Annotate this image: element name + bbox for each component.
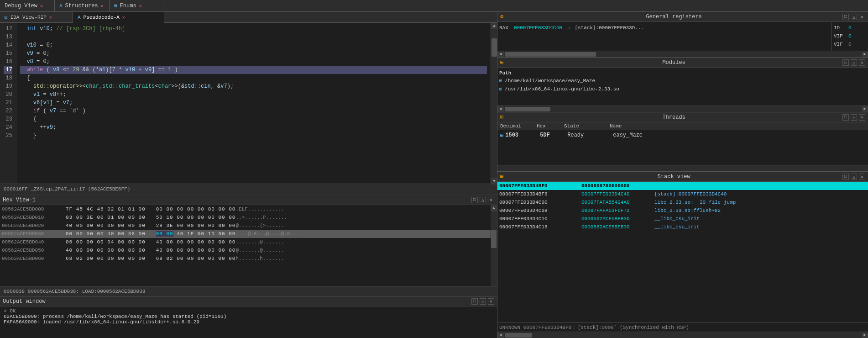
main-layout: ⊞ IDA View-RIP ✕ A Pseudocode-A ✕ 12 13 … (0, 12, 868, 338)
output-titlebar: Output window □ △ ✕ (0, 296, 497, 306)
gen-reg-h-thumb[interactable] (505, 52, 596, 57)
stack-row-1: 00007FFE033D4BF0 0000000700000000 (497, 182, 868, 190)
threads-close-btn[interactable]: ✕ (859, 114, 865, 121)
hex-view-maximize-btn[interactable]: △ (480, 197, 486, 203)
registers-right: ID 0 VIP 0 VIF 0 (831, 22, 868, 51)
hex-status-text: 0000038 0000562ACE5BD038: LOAD:0000562AC… (4, 289, 145, 294)
output-close-btn[interactable]: ✕ (488, 298, 494, 305)
line-numbers: 12 13 14 15 16 17 18 19 20 21 22 23 24 2… (0, 23, 16, 184)
stack-view-titlebar: ⊞ Stack view □ △ ✕ (497, 172, 868, 182)
tab-pseudocode-close[interactable]: ✕ (122, 15, 125, 20)
stack-close-btn[interactable]: ✕ (859, 174, 865, 180)
gen-reg-close-btn[interactable]: ✕ (859, 14, 865, 20)
hex-view-titlebar: Hex View-1 □ △ ✕ (0, 195, 497, 205)
gen-registers-title-icon: ⚙ (500, 13, 503, 20)
code-area: 12 13 14 15 16 17 18 19 20 21 22 23 24 2… (0, 23, 497, 184)
tab-enums-close[interactable]: ✕ (139, 3, 142, 9)
output-restore-btn[interactable]: □ (471, 298, 478, 305)
threads-btns: □ △ ✕ (842, 114, 865, 121)
modules-restore-btn[interactable]: □ (842, 59, 849, 66)
pseudocode-container[interactable]: 12 13 14 15 16 17 18 19 20 21 22 23 24 2… (0, 23, 497, 195)
hex-scroll-up[interactable]: ▲ (491, 205, 497, 211)
hex-main[interactable]: 00562ACE5BD000 7F 45 4C 46 02 01 01 00 0… (0, 205, 491, 286)
hex-content: 00562ACE5BD000 7F 45 4C 46 02 01 01 00 0… (0, 205, 497, 286)
hex-row-2: 00562ACE5BD010 03 00 3E 00 01 00 00 00 5… (0, 213, 491, 222)
tab-pseudo-icon: A (78, 15, 81, 20)
gen-reg-restore-btn[interactable]: □ (842, 14, 849, 20)
right-panel: ⚙ General registers □ △ ✕ RAX 00007FFE03… (497, 12, 868, 338)
output-maximize-btn[interactable]: △ (480, 298, 486, 305)
tab-enums[interactable]: ⊞ Enums ✕ (110, 0, 164, 11)
tab-ida-view[interactable]: ⊞ IDA View-RIP ✕ (0, 12, 73, 23)
threads-restore-btn[interactable]: □ (842, 114, 849, 121)
stack-view-panel: ⊞ Stack view □ △ ✕ 00007FFE033D4BF0 0000… (497, 172, 868, 338)
code-scrollbar-v[interactable]: ▲ ▼ (491, 23, 497, 184)
code-line-23: { (20, 115, 487, 123)
gen-reg-scroll-left[interactable]: ◄ (497, 52, 504, 57)
modules-maximize-btn[interactable]: △ (851, 59, 857, 66)
thread-1-hex: 5DF (540, 132, 567, 138)
threads-scrollbar-h[interactable] (497, 165, 868, 171)
stack-content[interactable]: 00007FFE033D4BF0 0000000700000000 00007F… (497, 182, 868, 322)
stack-h-thumb[interactable] (505, 333, 532, 338)
hex-status-bar: 0000038 0000562ACE5BD038: LOAD:0000562AC… (0, 286, 497, 296)
threads-title-icon: ⊞ (500, 114, 503, 121)
code-line-22: if ( v7 == 'd' ) (20, 107, 487, 115)
tab-debug-view[interactable]: Debug View ✕ (0, 0, 55, 11)
hex-row-7: 00562ACE5BD060 68 02 00 00 00 00 00 00 6… (0, 254, 491, 263)
stack-bottom-bar: UNKNOWN 00007FFE033D4BF0: [stack]:0000` … (497, 322, 868, 332)
top-tab-bar: Debug View ✕ A Structures ✕ ⊞ Enums ✕ (0, 0, 868, 12)
modules-scrollbar-h[interactable]: ◄ ► (497, 106, 868, 112)
stack-restore-btn[interactable]: □ (842, 174, 849, 180)
thread-1-name: easy_Maze (613, 132, 643, 138)
hex-row-4: 00562ACE5BD030 00 00 00 00 40 00 38 00 0… (0, 230, 491, 238)
modules-scroll-left[interactable]: ◄ (497, 106, 504, 112)
tab-structures-close[interactable]: ✕ (101, 3, 104, 9)
modules-h-thumb[interactable] (505, 107, 550, 111)
code-line-21: v6[v1] = v7; (20, 99, 487, 107)
module-2-path: /usr/lib/x86_64-linux-gnu/libc-2.33.so (505, 86, 619, 92)
hex-view-restore-btn[interactable]: □ (471, 197, 478, 203)
code-content[interactable]: int v10; // [rsp+3Ch] [rbp-4h] v10 = 0; … (16, 23, 491, 184)
tab-ida-close[interactable]: ✕ (49, 15, 52, 20)
tab-structures[interactable]: A Structures ✕ (55, 0, 110, 11)
modules-scroll-right[interactable]: ► (862, 106, 868, 112)
module-2-icon: ⊞ (499, 86, 502, 92)
pseudocode-status-bar: 000016FF _Z6Step_2PA7_ii:17 (562ACE5BE6F… (0, 184, 497, 194)
gen-reg-scroll-right[interactable]: ► (862, 52, 868, 57)
stack-status-text: UNKNOWN 00007FFE033D4BF0: [stack]:0000` … (499, 325, 689, 330)
gen-reg-scrollbar-h[interactable]: ◄ ► (497, 51, 868, 57)
scroll-up-btn[interactable]: ▲ (491, 23, 497, 29)
stack-view-title-icon: ⊞ (500, 173, 503, 180)
hex-scrollbar-v[interactable]: ▲ (491, 205, 497, 286)
stack-scroll-left[interactable]: ◄ (497, 333, 504, 338)
module-1-path: /home/kali/workspace/easy_Maze (505, 78, 595, 84)
tab-structures-label: Structures (65, 3, 98, 9)
tab-pseudocode[interactable]: A Pseudocode-A ✕ (73, 12, 164, 23)
hex-row-3: 00562ACE5BD020 40 00 00 00 00 00 00 00 2… (0, 222, 491, 230)
threads-titlebar: ⊞ Threads □ △ ✕ (497, 112, 868, 122)
scroll-down-btn[interactable]: ▼ (491, 178, 497, 184)
threads-table: Decimal Hex State Name ⊞ 1503 5DF Ready … (497, 122, 868, 165)
gen-registers-title: General registers (646, 14, 701, 20)
hex-view-close-btn[interactable]: ✕ (488, 197, 494, 203)
stack-scrollbar-h[interactable]: ◄ ► (497, 332, 868, 338)
reg-row-rax: RAX 00007FFE033D4C40 → [stack]:00007FFE0… (499, 24, 830, 32)
hex-scroll-thumb[interactable] (491, 230, 497, 248)
tab-pseudocode-label: Pseudocode-A (84, 15, 120, 20)
tab-debug-view-close[interactable]: ✕ (40, 3, 43, 9)
gen-reg-maximize-btn[interactable]: △ (851, 14, 857, 20)
hex-row-1: 00562ACE5BD000 7F 45 4C 46 02 01 01 00 0… (0, 205, 491, 213)
code-line-17: while ( v8 <= 29 && (*a1)[7 * v10 + v9] … (20, 66, 487, 74)
modules-close-btn[interactable]: ✕ (859, 59, 865, 66)
stack-maximize-btn[interactable]: △ (851, 174, 857, 180)
stack-scroll-right[interactable]: ► (862, 333, 868, 338)
stack-view-btns: □ △ ✕ (842, 174, 865, 180)
output-window: Output window □ △ ✕ > OK 62ACE5BD000: pr… (0, 296, 497, 338)
threads-maximize-btn[interactable]: △ (851, 114, 857, 121)
output-title: Output window (3, 298, 46, 305)
thread-row-1[interactable]: ⊞ 1503 5DF Ready easy_Maze (497, 130, 868, 140)
scroll-thumb[interactable] (492, 38, 497, 57)
thread-col-state: State (564, 123, 610, 129)
output-btns: □ △ ✕ (471, 298, 494, 305)
